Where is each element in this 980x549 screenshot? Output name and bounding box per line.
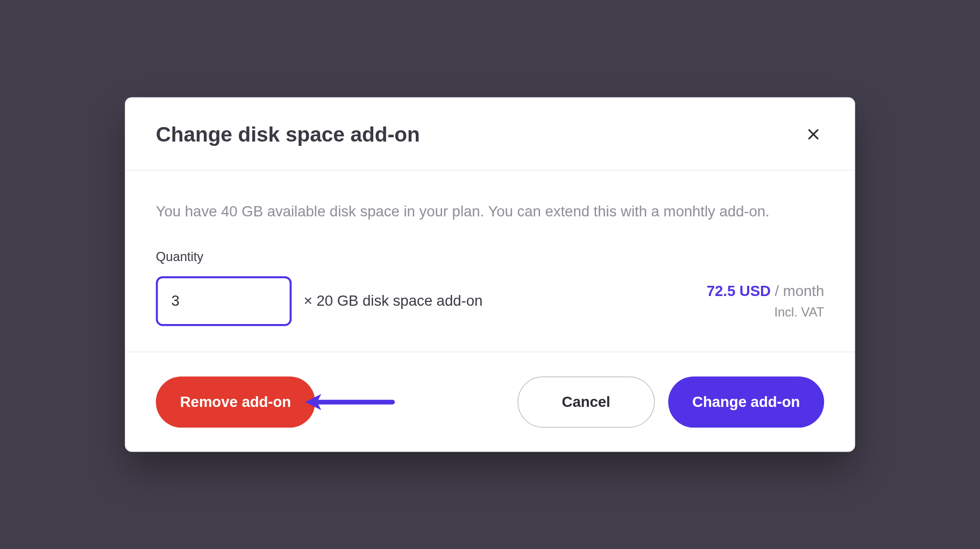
- modal-description: You have 40 GB available disk space in y…: [156, 202, 825, 222]
- addon-unit-label: × 20 GB disk space add-on: [304, 292, 483, 310]
- price-amount: 72.5 USD: [707, 282, 771, 299]
- price-note: Incl. VAT: [707, 305, 825, 320]
- modal-body: You have 40 GB available disk space in y…: [125, 171, 855, 351]
- close-button[interactable]: [799, 120, 828, 150]
- remove-addon-button[interactable]: Remove add-on: [156, 376, 315, 427]
- modal-title: Change disk space add-on: [156, 123, 420, 147]
- change-disk-space-modal: Change disk space add-on You have 40 GB …: [125, 97, 855, 452]
- price-per: / month: [771, 282, 824, 299]
- quantity-row: × 20 GB disk space add-on 72.5 USD / mon…: [156, 276, 825, 326]
- cancel-button[interactable]: Cancel: [517, 376, 655, 427]
- quantity-label: Quantity: [156, 249, 825, 264]
- callout-arrow-icon: [301, 390, 395, 413]
- change-addon-button[interactable]: Change add-on: [668, 376, 824, 427]
- modal-footer: Remove add-on Cancel Change add-on: [125, 351, 855, 452]
- price-line: 72.5 USD / month: [707, 282, 825, 300]
- modal-wrapper: Change disk space add-on You have 40 GB …: [125, 97, 855, 452]
- backdrop: Change disk space add-on You have 40 GB …: [0, 0, 980, 549]
- quantity-input[interactable]: [156, 276, 292, 326]
- close-icon: [806, 126, 821, 143]
- price-block: 72.5 USD / month Incl. VAT: [707, 282, 825, 320]
- modal-header: Change disk space add-on: [125, 97, 855, 171]
